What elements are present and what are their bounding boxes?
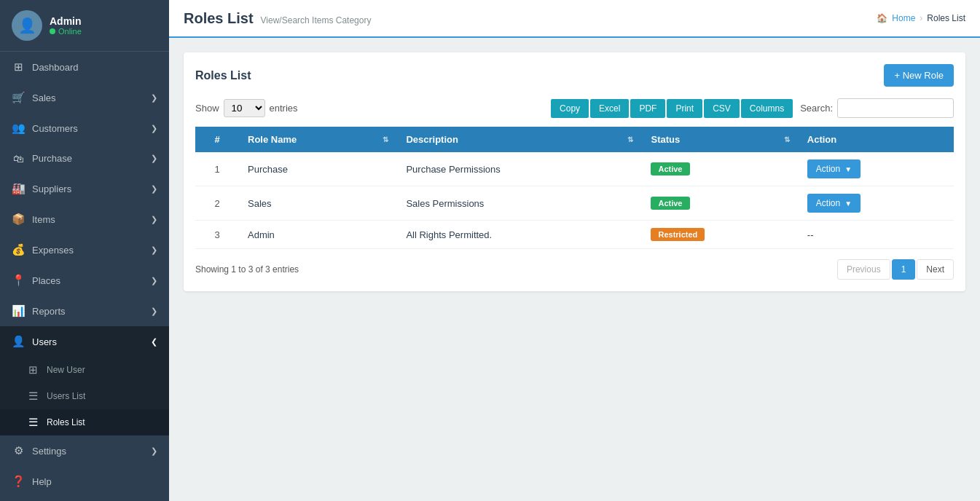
row-description: Purchase Permissions (397, 152, 642, 186)
row-role-name: Admin (239, 221, 397, 249)
table-footer: Showing 1 to 3 of 3 entries Previous 1 N… (195, 259, 954, 280)
sort-icon-status[interactable]: ⇅ (784, 135, 790, 143)
search-label: Search: (800, 103, 833, 114)
action-button[interactable]: Action ▼ (807, 159, 861, 178)
table-row: 3AdminAll Rights Permitted.Restricted-- (195, 221, 954, 249)
suppliers-icon: 🏭 (12, 182, 25, 195)
sidebar-item-purchase[interactable]: 🛍 Purchase ❯ (0, 143, 169, 173)
topbar-left: Roles List View/Search Items Category (184, 10, 371, 27)
users-list-icon: ☰ (26, 390, 39, 403)
topbar: Roles List View/Search Items Category 🏠 … (169, 0, 980, 38)
new-user-icon: ⊞ (26, 363, 39, 376)
main-content: Roles List View/Search Items Category 🏠 … (169, 0, 980, 501)
show-entries: Show 10 25 50 100 entries (195, 99, 298, 117)
row-action: Action ▼ (799, 186, 954, 221)
page-subtitle: View/Search Items Category (261, 15, 372, 25)
row-role-name: Sales (239, 186, 397, 221)
sidebar-item-users-list[interactable]: ☰ Users List (0, 383, 169, 409)
items-icon: 📦 (12, 213, 25, 226)
table-row: 1PurchasePurchase PermissionsActiveActio… (195, 152, 954, 186)
sort-icon-role[interactable]: ⇅ (383, 135, 388, 143)
chevron-icon: ❯ (151, 245, 157, 255)
sidebar-item-customers[interactable]: 👥 Customers ❯ (0, 113, 169, 143)
settings-icon: ⚙ (12, 444, 25, 457)
reports-icon: 📊 (12, 304, 25, 317)
prev-button[interactable]: Previous (837, 259, 890, 280)
caret-icon: ▼ (844, 165, 852, 173)
action-button[interactable]: Action ▼ (807, 194, 861, 213)
caret-icon: ▼ (844, 200, 852, 208)
expenses-icon: 💰 (12, 243, 25, 256)
show-label: Show (195, 103, 219, 114)
pdf-button[interactable]: PDF (630, 99, 665, 118)
users-icon: 👤 (12, 335, 25, 348)
sort-icon-desc[interactable]: ⇅ (627, 135, 633, 143)
customers-icon: 👥 (12, 122, 25, 135)
row-role-name: Purchase (239, 152, 397, 186)
excel-button[interactable]: Excel (590, 99, 629, 118)
roles-table: # Role Name ⇅ Description ⇅ (195, 127, 954, 249)
entries-select[interactable]: 10 25 50 100 (224, 99, 265, 117)
admin-status: Online (50, 27, 82, 36)
breadcrumb: 🏠 Home › Roles List (877, 13, 965, 23)
breadcrumb-sep: › (920, 13, 922, 23)
content-area: Roles List + New Role Show 10 25 50 100 … (169, 38, 980, 501)
sales-icon: 🛒 (12, 91, 25, 104)
chevron-icon: ❯ (151, 93, 157, 103)
status-badge: Restricted (651, 228, 705, 241)
print-button[interactable]: Print (667, 99, 702, 118)
export-buttons: Copy Excel PDF Print CSV Columns (551, 99, 793, 118)
next-button[interactable]: Next (917, 259, 954, 280)
row-status: Restricted (642, 221, 798, 249)
new-role-button[interactable]: + New Role (884, 64, 954, 87)
chevron-icon: ❯ (151, 154, 157, 163)
chevron-icon: ❯ (151, 215, 157, 224)
card-title: Roles List (195, 69, 251, 82)
sidebar-item-expenses[interactable]: 💰 Expenses ❯ (0, 234, 169, 265)
sidebar-item-settings[interactable]: ⚙ Settings ❯ (0, 435, 169, 466)
breadcrumb-current: Roles List (927, 13, 965, 23)
sidebar-item-dashboard[interactable]: ⊞ Dashboard (0, 52, 169, 82)
row-action: -- (799, 221, 954, 249)
sidebar-item-sales[interactable]: 🛒 Sales ❯ (0, 82, 169, 113)
sidebar-item-reports[interactable]: 📊 Reports ❯ (0, 296, 169, 326)
admin-info: Admin Online (50, 15, 82, 36)
copy-button[interactable]: Copy (551, 99, 589, 118)
users-submenu: ⊞ New User ☰ Users List ☰ Roles List (0, 357, 169, 435)
row-num: 3 (195, 221, 239, 249)
chevron-icon: ❯ (151, 446, 157, 456)
roles-card: Roles List + New Role Show 10 25 50 100 … (184, 52, 965, 291)
chevron-icon: ❯ (151, 124, 157, 133)
sidebar-item-roles-list[interactable]: ☰ Roles List (0, 409, 169, 435)
places-icon: 📍 (12, 274, 25, 287)
pagination: Previous 1 Next (837, 259, 954, 280)
roles-list-icon: ☰ (26, 416, 39, 429)
sidebar-nav: ⊞ Dashboard 🛒 Sales ❯ 👥 Customers ❯ 🛍 Pu… (0, 52, 169, 501)
help-icon: ❓ (12, 475, 25, 488)
admin-name: Admin (50, 15, 82, 27)
search-input[interactable] (837, 98, 954, 118)
col-description: Description ⇅ (397, 127, 642, 152)
row-num: 1 (195, 152, 239, 186)
breadcrumb-home[interactable]: Home (892, 13, 915, 23)
sidebar-item-new-user[interactable]: ⊞ New User (0, 357, 169, 383)
table-controls: Show 10 25 50 100 entries Copy Excel PDF… (195, 98, 954, 118)
page-1-button[interactable]: 1 (892, 259, 916, 280)
col-role-name: Role Name ⇅ (239, 127, 397, 152)
csv-button[interactable]: CSV (704, 99, 740, 118)
sidebar-item-users[interactable]: 👤 Users ❮ (0, 326, 169, 357)
dashboard-icon: ⊞ (12, 60, 25, 74)
chevron-down-icon: ❮ (151, 337, 157, 347)
sidebar-item-items[interactable]: 📦 Items ❯ (0, 204, 169, 234)
sidebar-item-suppliers[interactable]: 🏭 Suppliers ❯ (0, 173, 169, 204)
chevron-icon: ❯ (151, 276, 157, 285)
col-num: # (195, 127, 239, 152)
chevron-icon: ❯ (151, 307, 157, 316)
row-status: Active (642, 186, 798, 221)
sidebar-item-help[interactable]: ❓ Help (0, 466, 169, 497)
row-action: Action ▼ (799, 152, 954, 186)
columns-button[interactable]: Columns (741, 99, 793, 118)
avatar: 👤 (12, 10, 42, 41)
sidebar-item-places[interactable]: 📍 Places ❯ (0, 265, 169, 296)
row-status: Active (642, 152, 798, 186)
